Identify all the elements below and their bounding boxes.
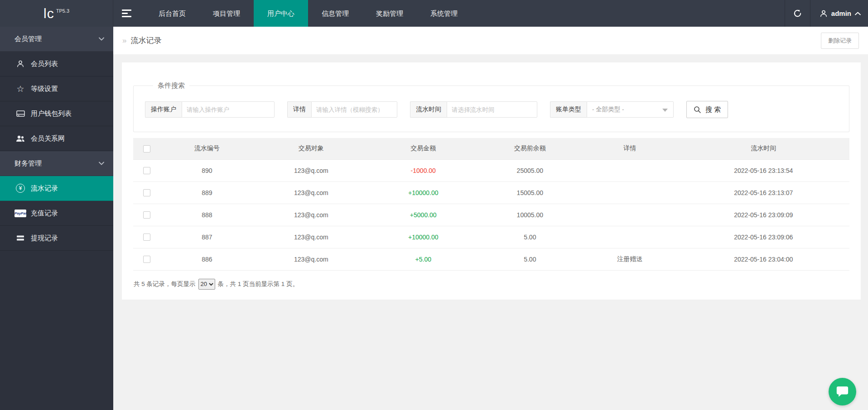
cell-detail xyxy=(582,159,677,181)
table-row: 886 123@q.com +5.00 5.00 注册赠送 2022-05-16… xyxy=(133,248,849,270)
sidebar-item-label: 等级设置 xyxy=(31,85,58,93)
row-checkbox[interactable] xyxy=(143,234,150,241)
cell-time: 2022-05-16 23:04:00 xyxy=(677,248,849,270)
time-input[interactable] xyxy=(447,101,537,118)
page-size-select[interactable]: 20 xyxy=(198,279,215,290)
col-balance: 交易前余额 xyxy=(477,138,582,159)
col-detail: 详情 xyxy=(582,138,677,159)
search-panel-legend: 条件搜索 xyxy=(153,81,189,90)
cell-detail xyxy=(582,204,677,226)
row-checkbox[interactable] xyxy=(143,189,150,196)
cell-amount: +10000.00 xyxy=(408,189,439,196)
magnifier-icon xyxy=(694,106,701,114)
account-input[interactable] xyxy=(182,101,275,118)
cell-flow-id: 890 xyxy=(160,159,254,181)
detail-field-label: 详情 xyxy=(287,101,311,118)
cell-balance: 5.00 xyxy=(477,248,582,270)
col-flow-id: 流水编号 xyxy=(160,138,254,159)
paypal-icon: PayPal xyxy=(15,210,26,217)
sidebar-item-recharge-records[interactable]: PayPal 充值记录 xyxy=(0,201,113,226)
row-checkbox[interactable] xyxy=(143,211,150,219)
sidebar-item-level-settings[interactable]: ☆ 等级设置 xyxy=(0,76,113,101)
chevron-down-icon xyxy=(99,37,104,41)
row-checkbox[interactable] xyxy=(143,167,150,174)
col-target: 交易对象 xyxy=(254,138,369,159)
table-row: 887 123@q.com +10000.00 5.00 2022-05-16 … xyxy=(133,226,849,248)
search-panel: 条件搜索 操作账户 详情 流水时间 账单类型 xyxy=(133,81,849,132)
sidebar-item-withdraw-records[interactable]: 提现记录 xyxy=(0,226,113,251)
customer-service-button[interactable] xyxy=(829,378,856,405)
table-header-row: 流水编号 交易对象 交易金额 交易前余额 详情 流水时间 xyxy=(133,138,849,159)
refresh-button[interactable] xyxy=(785,0,810,27)
sidebar-group-label: 财务管理 xyxy=(14,159,42,168)
chevron-down-icon xyxy=(99,162,104,165)
select-all-checkbox[interactable] xyxy=(143,145,150,153)
cell-amount: +5000.00 xyxy=(410,211,437,219)
type-field-group: 账单类型 - 全部类型 - xyxy=(550,101,674,118)
table-row: 890 123@q.com -1000.00 25005.00 2022-05-… xyxy=(133,159,849,181)
cell-time: 2022-05-16 23:09:09 xyxy=(677,204,849,226)
cell-detail xyxy=(582,226,677,248)
user-icon xyxy=(820,10,828,18)
person-icon xyxy=(15,60,26,68)
menu-toggle-button[interactable] xyxy=(113,0,140,27)
breadcrumb-bar: » 流水记录 删除记录 xyxy=(113,27,868,54)
pagination-bar: 共 5 条记录，每页显示 20 条，共 1 页当前显示第 1 页。 xyxy=(134,279,849,290)
star-icon: ☆ xyxy=(15,85,26,93)
cell-balance: 10005.00 xyxy=(477,204,582,226)
cell-amount: +10000.00 xyxy=(408,234,439,241)
user-menu[interactable]: admin xyxy=(810,0,868,27)
main-area: » 流水记录 删除记录 条件搜索 操作账户 详情 流水时间 xyxy=(113,27,868,410)
app-logo: lc TP5.3 xyxy=(0,0,113,27)
sidebar-item-label: 会员列表 xyxy=(31,60,58,68)
cell-target: 123@q.com xyxy=(254,159,369,181)
sidebar-item-label: 用户钱包列表 xyxy=(31,110,72,118)
cell-balance: 5.00 xyxy=(477,226,582,248)
users-icon xyxy=(15,135,26,142)
nav-tab-system[interactable]: 系统管理 xyxy=(417,0,471,27)
sidebar-group-finance[interactable]: 财务管理 xyxy=(0,151,113,176)
records-table: 流水编号 交易对象 交易金额 交易前余额 详情 流水时间 890 123@q.c… xyxy=(133,138,849,271)
nav-tab-projects[interactable]: 项目管理 xyxy=(199,0,254,27)
search-button[interactable]: 搜 索 xyxy=(686,101,728,118)
nav-tab-info[interactable]: 信息管理 xyxy=(308,0,362,27)
cell-time: 2022-05-16 23:13:54 xyxy=(677,159,849,181)
delete-records-button[interactable]: 删除记录 xyxy=(821,33,859,49)
refresh-icon xyxy=(793,9,802,18)
col-time: 流水时间 xyxy=(677,138,849,159)
nav-tab-rewards[interactable]: 奖励管理 xyxy=(362,0,417,27)
sidebar-item-wallet-list[interactable]: 用户钱包列表 xyxy=(0,101,113,126)
sidebar-item-flow-records[interactable]: ¥ 流水记录 xyxy=(0,176,113,201)
sidebar-group-members[interactable]: 会员管理 xyxy=(0,27,113,52)
pagination-suffix: 条，共 1 页当前显示第 1 页。 xyxy=(218,280,299,288)
account-field-label: 操作账户 xyxy=(145,101,182,118)
sidebar-item-member-list[interactable]: 会员列表 xyxy=(0,52,113,76)
cell-target: 123@q.com xyxy=(254,204,369,226)
sidebar-item-label: 提现记录 xyxy=(31,234,58,243)
cell-target: 123@q.com xyxy=(254,248,369,270)
username: admin xyxy=(831,10,851,17)
time-field-group: 流水时间 xyxy=(410,101,537,118)
row-checkbox[interactable] xyxy=(143,256,150,263)
detail-field-group: 详情 xyxy=(287,101,397,118)
sidebar-item-label: 流水记录 xyxy=(31,184,58,193)
records-card: 条件搜索 操作账户 详情 流水时间 账单类型 xyxy=(122,62,861,300)
cell-flow-id: 887 xyxy=(160,226,254,248)
account-field-group: 操作账户 xyxy=(145,101,275,118)
logo-version-badge: TP5.3 xyxy=(56,8,69,14)
nav-tab-user-center[interactable]: 用户中心 xyxy=(254,0,308,27)
nav-tab-home[interactable]: 后台首页 xyxy=(145,0,199,27)
page-title: 流水记录 xyxy=(130,35,161,46)
breadcrumb-arrows-icon: » xyxy=(122,36,126,45)
top-nav-menu: 后台首页 项目管理 用户中心 信息管理 奖励管理 系统管理 xyxy=(145,0,471,27)
sidebar-group-label: 会员管理 xyxy=(14,35,42,43)
detail-input[interactable] xyxy=(311,101,397,118)
cell-flow-id: 886 xyxy=(160,248,254,270)
cell-target: 123@q.com xyxy=(254,226,369,248)
bill-type-select[interactable]: - 全部类型 - xyxy=(587,101,674,118)
sidebar-item-member-network[interactable]: 会员关系网 xyxy=(0,126,113,151)
sidebar-item-label: 充值记录 xyxy=(31,209,58,218)
logo-text: lc xyxy=(43,6,54,21)
yen-circle-icon: ¥ xyxy=(15,184,26,193)
cell-time: 2022-05-16 23:13:07 xyxy=(677,181,849,204)
